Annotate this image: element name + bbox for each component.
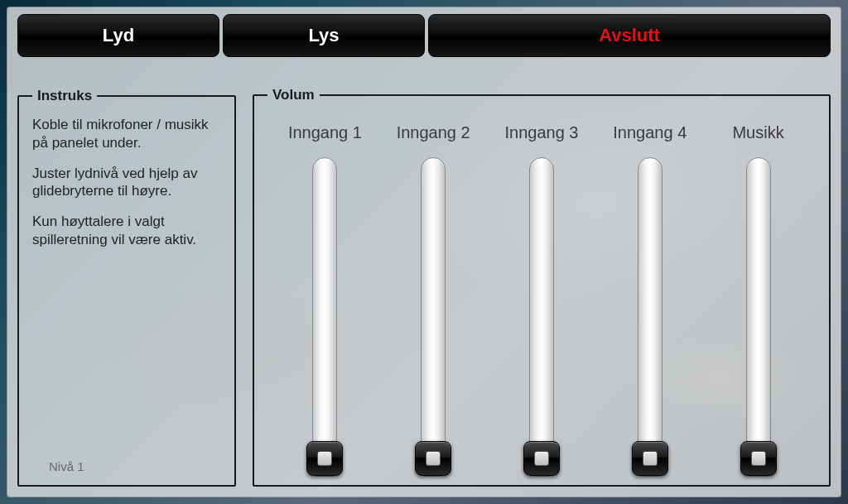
content-area: Instruks Koble til mikrofoner / musikk p…: [17, 87, 831, 487]
slider-thumb-input-3[interactable]: [523, 441, 560, 476]
slider-track-input-4[interactable]: [638, 157, 662, 477]
slider-col-input-4: Inngang 4: [600, 123, 700, 477]
tab-exit[interactable]: Avslutt: [428, 14, 831, 57]
slider-label: Musikk: [732, 123, 783, 142]
instructions-line-1: Koble til mikrofoner / musikk på panelet…: [32, 116, 221, 151]
instructions-legend: Instruks: [32, 87, 97, 104]
slider-label: Inngang 2: [397, 123, 470, 142]
slider-col-input-2: Inngang 2: [383, 123, 483, 477]
volume-legend: Volum: [267, 87, 320, 103]
slider-track-input-3[interactable]: [529, 157, 554, 477]
slider-label: Inngang 1: [288, 123, 362, 142]
instructions-line-3: Kun høyttalere i valgt spilleretning vil…: [32, 213, 221, 248]
slider-track-input-1[interactable]: [312, 157, 337, 477]
slider-track-input-2[interactable]: [421, 157, 446, 477]
slider-label: Inngang 4: [613, 123, 687, 142]
slider-col-input-1: Inngang 1: [275, 123, 374, 477]
slider-thumb-input-1[interactable]: [306, 441, 343, 476]
slider-col-input-3: Inngang 3: [492, 123, 591, 477]
slider-thumb-input-4[interactable]: [632, 441, 668, 476]
slider-row: Inngang 1 Inngang 2 Inngang 3: [267, 115, 816, 477]
tab-sound[interactable]: Lyd: [17, 14, 219, 57]
level-label: Nivå 1: [32, 459, 221, 477]
slider-col-music: Musikk: [709, 123, 808, 477]
volume-box: Volum Inngang 1 Inngang 2 Inngang 3: [253, 87, 831, 487]
slider-track-music[interactable]: [746, 157, 771, 477]
main-panel: Lyd Lys Avslutt Instruks Koble til mikro…: [7, 7, 841, 497]
slider-label: Inngang 3: [504, 123, 578, 142]
tab-light[interactable]: Lys: [223, 14, 425, 57]
instructions-box: Instruks Koble til mikrofoner / musikk p…: [17, 87, 236, 487]
slider-thumb-input-2[interactable]: [415, 441, 451, 476]
slider-thumb-music[interactable]: [740, 441, 777, 476]
tab-bar: Lyd Lys Avslutt: [17, 14, 831, 57]
instructions-line-2: Juster lydnivå ved hjelp av glidebrytern…: [32, 165, 221, 200]
